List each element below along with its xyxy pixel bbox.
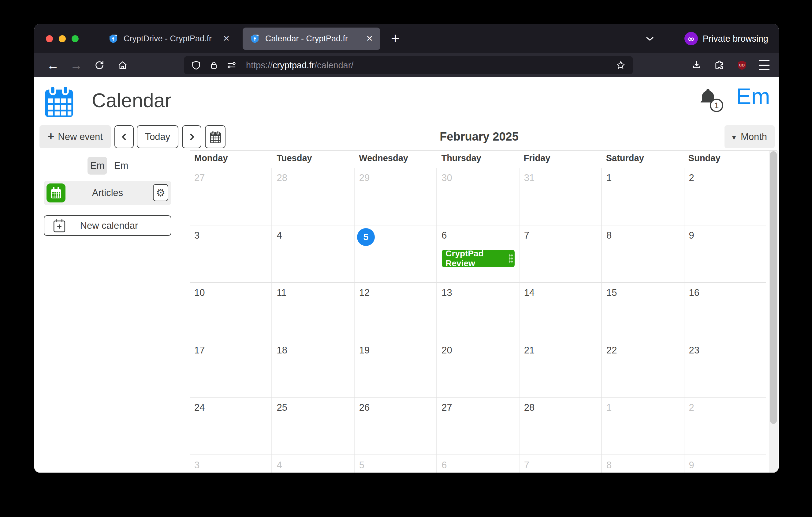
window-controls — [46, 35, 79, 42]
date-label: 14 — [524, 287, 601, 299]
calendar-cell[interactable]: 7 — [520, 225, 602, 282]
date-label: 1 — [606, 172, 684, 184]
back-button[interactable]: ← — [47, 59, 59, 71]
calendar-cell[interactable]: 31 — [520, 168, 602, 225]
calendar-cell[interactable]: 17 — [190, 340, 272, 397]
calendar-cell[interactable]: 7 — [520, 455, 602, 473]
menu-hamburger-icon[interactable] — [759, 60, 770, 70]
calendar-cell[interactable]: 8 — [602, 455, 684, 473]
date-label: 18 — [277, 345, 354, 356]
calendar-settings-button[interactable]: ⚙ — [153, 184, 168, 201]
close-window-button[interactable] — [46, 35, 53, 42]
new-calendar-button[interactable]: New calendar — [44, 215, 171, 236]
next-month-button[interactable] — [182, 125, 201, 148]
calendar-cell[interactable]: 16 — [685, 283, 766, 340]
notification-badge: 1 — [710, 99, 723, 112]
calendar-cell[interactable]: 10 — [190, 283, 272, 340]
calendar-cell[interactable]: 3 — [190, 455, 272, 473]
calendar-cell[interactable]: 6CryptPad Review — [437, 225, 519, 282]
day-header: Sunday — [684, 151, 766, 168]
avatar-tab-team[interactable]: Em — [111, 157, 131, 174]
notifications-bell[interactable]: 1 — [698, 87, 727, 116]
calendar-cell[interactable]: 24 — [190, 398, 272, 455]
downloads-icon[interactable] — [691, 60, 702, 71]
reload-button[interactable] — [94, 59, 105, 71]
tab-calendar-active[interactable]: Calendar - CryptPad.fr ✕ — [242, 28, 380, 50]
date-label: 30 — [441, 172, 519, 184]
new-calendar-label: New calendar — [66, 220, 152, 231]
home-button[interactable] — [117, 59, 128, 71]
calendar-cell[interactable]: 13 — [437, 283, 519, 340]
forward-button[interactable]: → — [70, 59, 82, 71]
view-mode-select[interactable]: ▾ Month — [725, 125, 775, 148]
date-label: 7 — [524, 459, 601, 471]
calendar-cell[interactable]: 19 — [355, 340, 437, 397]
calendar-cell[interactable]: 27 — [437, 398, 519, 455]
tab-close-icon[interactable]: ✕ — [223, 35, 230, 43]
calendar-cell[interactable]: 25 — [272, 398, 354, 455]
previous-month-button[interactable] — [114, 125, 134, 148]
today-button[interactable]: Today — [137, 125, 178, 148]
tab-list-chevron-icon[interactable] — [645, 33, 655, 44]
calendar-cell[interactable]: 1 — [602, 168, 684, 225]
navigation-bar: ← → — [34, 53, 779, 77]
calendar-cell[interactable]: 18 — [272, 340, 354, 397]
calendar-cell[interactable]: 23 — [685, 340, 766, 397]
chevron-left-icon — [120, 132, 129, 141]
shield-icon[interactable] — [191, 60, 201, 71]
tab-close-icon[interactable]: ✕ — [366, 35, 373, 43]
calendar-cell[interactable]: 3 — [190, 225, 272, 282]
event-drag-handle[interactable] — [509, 254, 513, 263]
calendar-cell[interactable]: 15 — [602, 283, 684, 340]
calendar-cell[interactable]: 12 — [355, 283, 437, 340]
calendar-list-item-articles[interactable]: Articles ⚙ — [44, 181, 171, 205]
minimize-window-button[interactable] — [59, 35, 66, 42]
calendar-cell[interactable]: 20 — [437, 340, 519, 397]
day-header: Saturday — [602, 151, 684, 168]
url-bar[interactable]: https://cryptpad.fr/calendar/ — [184, 56, 633, 74]
permissions-sliders-icon[interactable] — [226, 60, 237, 71]
url-path: /calendar/ — [315, 60, 353, 70]
date-label: 20 — [441, 345, 519, 356]
calendar-cell[interactable]: 28 — [272, 168, 354, 225]
calendar-cell[interactable]: 21 — [520, 340, 602, 397]
calendar-cell[interactable]: 29 — [355, 168, 437, 225]
toolbar-icons: uO — [691, 60, 770, 71]
calendar-cell[interactable]: 14 — [520, 283, 602, 340]
calendar-cell[interactable]: 8 — [602, 225, 684, 282]
calendar-cell[interactable]: 2 — [685, 168, 766, 225]
avatar-tab-user[interactable]: Em — [87, 157, 107, 174]
calendar-cell[interactable]: 5 — [355, 455, 437, 473]
calendar-cell[interactable]: 28 — [520, 398, 602, 455]
tab-cryptdrive[interactable]: CryptDrive - CryptPad.fr ✕ — [101, 28, 237, 50]
date-label: 24 — [194, 402, 271, 413]
url-text[interactable]: https://cryptpad.fr/calendar/ — [246, 60, 353, 71]
calendar-cell[interactable]: 26 — [355, 398, 437, 455]
lock-icon[interactable] — [209, 60, 219, 71]
view-mode-label: Month — [741, 131, 767, 142]
user-menu[interactable]: Em — [736, 83, 770, 110]
calendar-cell[interactable]: 4 — [272, 455, 354, 473]
bookmark-star-icon[interactable] — [616, 60, 626, 71]
calendar-cell[interactable]: 11 — [272, 283, 354, 340]
event-chip[interactable]: CryptPad Review — [442, 250, 514, 267]
new-event-button[interactable]: + New event — [39, 125, 111, 148]
date-label: 2 — [689, 172, 766, 184]
new-tab-button[interactable]: + — [391, 28, 400, 48]
extensions-puzzle-icon[interactable] — [714, 60, 725, 71]
calendar-cell[interactable]: 6 — [437, 455, 519, 473]
calendar-cell[interactable]: 30 — [437, 168, 519, 225]
calendar-cell[interactable]: 4 — [272, 225, 354, 282]
day-header: Friday — [519, 151, 602, 168]
calendar-cell[interactable]: 1 — [602, 398, 684, 455]
scrollbar-thumb[interactable] — [770, 151, 777, 424]
zoom-window-button[interactable] — [71, 35, 79, 42]
calendar-cell[interactable]: 9 — [685, 455, 766, 473]
date-picker-button[interactable] — [205, 125, 226, 148]
ublock-origin-icon[interactable]: uO — [736, 60, 748, 71]
calendar-cell[interactable]: 5 — [355, 225, 437, 282]
calendar-cell[interactable]: 9 — [685, 225, 766, 282]
calendar-cell[interactable]: 22 — [602, 340, 684, 397]
calendar-cell[interactable]: 2 — [685, 398, 766, 455]
calendar-cell[interactable]: 27 — [190, 168, 272, 225]
